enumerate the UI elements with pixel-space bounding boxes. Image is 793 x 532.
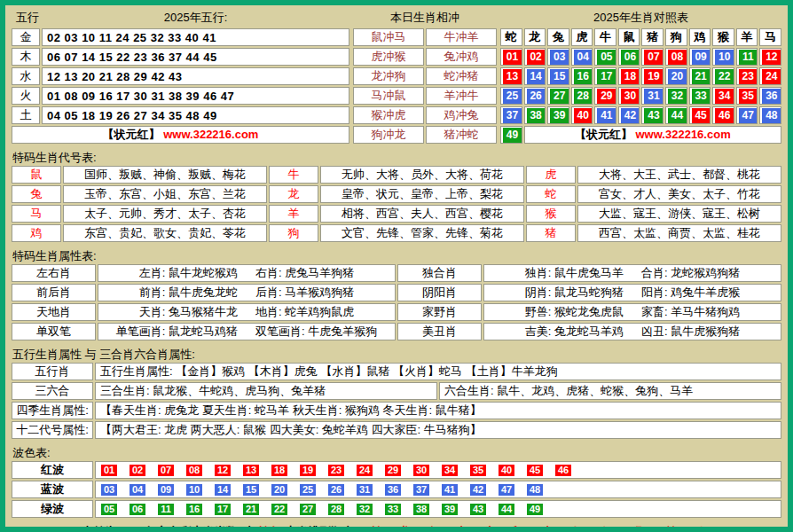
wuxing-table: 五行 2025年五行: 金02 03 10 11 24 25 32 33 40 … bbox=[10, 7, 351, 145]
clash-pair: 龙冲狗 bbox=[353, 67, 424, 85]
number-ball: 44 bbox=[499, 504, 514, 515]
row-label: 四季生肖属性: bbox=[12, 402, 93, 419]
clash-pair: 猴冲虎 bbox=[353, 106, 424, 124]
number-ball: 12 bbox=[215, 465, 231, 476]
number-ball: 19 bbox=[300, 465, 316, 476]
zodiac-number-cell: 32 bbox=[665, 87, 687, 105]
zodiac-number-cell: 02 bbox=[524, 48, 546, 66]
brand-site-link[interactable]: www.322216.com bbox=[636, 128, 731, 141]
zodiac-number-cell: 42 bbox=[618, 106, 640, 124]
row-content: 【春天生肖: 虎兔龙 夏天生肖: 蛇马羊 秋天生肖: 猴狗鸡 冬天生肖: 鼠牛猪… bbox=[95, 402, 781, 419]
table-row: 蓝波03040910141520252631363741424748 bbox=[12, 481, 781, 498]
table-row: 天地肖天肖: 兔马猴猪牛龙地肖: 蛇羊鸡狗鼠虎家野肖野兽: 猴蛇龙兔虎鼠家畜: … bbox=[12, 303, 781, 321]
zodiac-number-cell: 28 bbox=[571, 87, 593, 105]
zodiac-label: 牛 bbox=[269, 166, 318, 184]
attribute-text: 右肖: 虎兔马羊狗猪 bbox=[255, 265, 354, 281]
table-row: 金02 03 10 11 24 25 32 33 40 41 bbox=[12, 28, 349, 46]
attribute-label: 左右肖 bbox=[12, 264, 96, 282]
page: 五行 2025年五行: 金02 03 10 11 24 25 32 33 40 … bbox=[0, 0, 793, 532]
clash-pair: 羊冲牛 bbox=[426, 87, 497, 105]
zodiac-label: 猴 bbox=[526, 205, 576, 223]
zodiac-header-title: 2025年生肖对照表 bbox=[500, 9, 781, 27]
number-ball: 26 bbox=[328, 484, 344, 496]
zodiac-label: 狗 bbox=[269, 224, 318, 242]
wave-label: 绿波 bbox=[12, 500, 93, 518]
number-ball: 07 bbox=[158, 465, 174, 476]
wuxing-footer-row: 【状元红】 www.322216.com bbox=[12, 126, 349, 144]
row-label: 十二代号属性: bbox=[12, 421, 93, 439]
zodiac-number-cell: 38 bbox=[524, 106, 546, 124]
table-row: 猴冲虎鸡冲兔 bbox=[353, 106, 497, 124]
attribute-text: 前肖: 鼠牛虎兔龙蛇 bbox=[139, 285, 238, 301]
zodiac-number-cell: 09 bbox=[689, 48, 711, 66]
attribute-content-pair: 单笔画肖: 鼠龙蛇马鸡猪双笔画肖: 牛虎兔羊猴狗 bbox=[100, 324, 393, 340]
number-ball: 23 bbox=[328, 465, 344, 476]
number-ball: 10 bbox=[715, 50, 734, 65]
brand-site-link[interactable]: www.322216.com bbox=[163, 128, 258, 141]
table-row: 单双笔单笔画肖: 鼠龙蛇马鸡猪双笔画肖: 牛虎兔羊猴狗美丑肖吉美: 兔龙蛇马羊鸡… bbox=[12, 323, 781, 340]
number-ball: 46 bbox=[555, 465, 571, 476]
number-ball: 11 bbox=[158, 504, 174, 515]
footer-text: 当前为 bbox=[82, 525, 120, 532]
row-content: 六合生肖: 鼠牛、龙鸡、虎猪、蛇猴、兔狗、马羊 bbox=[439, 382, 781, 400]
zodiac-name: 鼠 bbox=[618, 28, 640, 46]
number-ball: 16 bbox=[186, 504, 202, 515]
table-row: 左右肖左肖: 鼠牛龙蛇猴鸡右肖: 虎兔马羊狗猪独合肖独肖: 鼠牛虎兔马羊合肖: … bbox=[12, 264, 781, 282]
number-ball: 48 bbox=[527, 484, 543, 496]
wave-color-table: 红波0102070812131819232429303435404546蓝波03… bbox=[10, 459, 783, 520]
zodiac-number-cell: 44 bbox=[665, 106, 687, 124]
clash-pair: 鼠冲马 bbox=[353, 28, 424, 46]
number-ball: 34 bbox=[715, 89, 734, 104]
attribute-text: 吉美: 兔龙蛇马羊鸡 bbox=[525, 324, 624, 340]
row-content: 三合生肖: 鼠龙猴、牛蛇鸡、虎马狗、兔羊猪 bbox=[95, 382, 437, 400]
zodiac-number-cell: 49 bbox=[500, 126, 522, 144]
number-ball: 27 bbox=[300, 504, 316, 515]
number-ball: 01 bbox=[101, 465, 117, 476]
zodiac-codenames: 东宫、贵妃、歌女、贵妃、苓花 bbox=[63, 224, 267, 242]
number-ball: 45 bbox=[527, 465, 543, 476]
zodiac-number-cell: 31 bbox=[641, 87, 663, 105]
attribute-content: 左肖: 鼠牛龙蛇猴鸡右肖: 虎兔马羊狗猪 bbox=[98, 264, 396, 282]
table-row: 252627282930313233343536 bbox=[500, 87, 781, 105]
clash-pair: 鸡冲兔 bbox=[426, 106, 497, 124]
attribute-text: 阳肖: 鸡兔牛羊虎猴 bbox=[641, 285, 740, 301]
clash-pair: 猪冲蛇 bbox=[426, 126, 497, 144]
number-ball: 42 bbox=[470, 484, 486, 496]
attribute-text: 左肖: 鼠牛龙蛇猴鸡 bbox=[139, 265, 238, 281]
zodiac-number-cell: 37 bbox=[500, 106, 522, 124]
number-ball: 33 bbox=[385, 504, 401, 515]
attribute-content-pair: 独肖: 鼠牛虎兔马羊合肖: 龙蛇猴鸡狗猪 bbox=[486, 265, 779, 281]
number-ball: 36 bbox=[385, 484, 401, 496]
row-content: 【两大君王: 龙虎 两大恶人: 鼠猴 四大美女: 兔蛇羊鸡 四大家臣: 牛马猪狗… bbox=[95, 421, 781, 439]
element-label: 木 bbox=[12, 48, 40, 66]
attribute-text: 合肖: 龙蛇猴鸡狗猪 bbox=[641, 265, 740, 281]
zodiac-number-cell: 29 bbox=[594, 87, 616, 105]
element-numbers: 02 03 10 11 24 25 32 33 40 41 bbox=[42, 28, 349, 46]
zodiac-number-cell: 33 bbox=[689, 87, 711, 105]
number-ball: 04 bbox=[130, 484, 145, 496]
table-row: 373839404142434445464748 bbox=[500, 106, 781, 124]
number-ball: 02 bbox=[527, 50, 546, 65]
zodiac-number-cell: 12 bbox=[759, 48, 781, 66]
number-ball: 24 bbox=[357, 465, 373, 476]
clash-pair: 牛冲羊 bbox=[426, 28, 497, 46]
number-ball: 26 bbox=[527, 89, 546, 104]
zodiac-codenames: 宫女、才人、美女、太子、竹花 bbox=[577, 185, 781, 203]
element-label: 土 bbox=[12, 106, 40, 124]
element-label: 金 bbox=[12, 28, 40, 46]
attribute-text: 单笔画肖: 鼠龙蛇马鸡猪 bbox=[116, 324, 238, 340]
top-tables-row: 五行 2025年五行: 金02 03 10 11 24 25 32 33 40 … bbox=[10, 7, 783, 145]
number-ball: 31 bbox=[357, 484, 373, 496]
zodiac-codenames: 皇帝、状元、皇帝、上帝、梨花 bbox=[320, 185, 524, 203]
attribute-text: 野兽: 猴蛇龙兔虎鼠 bbox=[525, 304, 624, 320]
wuxing-header-title: 2025年五行: bbox=[42, 9, 349, 27]
number-ball: 18 bbox=[621, 69, 640, 84]
attribute-content-pair: 阴肖: 鼠龙马蛇狗猪阳肖: 鸡兔牛羊虎猴 bbox=[486, 285, 779, 301]
number-ball: 04 bbox=[574, 50, 593, 65]
number-ball: 21 bbox=[243, 504, 259, 515]
number-ball: 27 bbox=[550, 89, 569, 104]
table-row: 木06 07 14 15 22 23 36 37 44 45 bbox=[12, 48, 349, 66]
zodiac-name: 猴 bbox=[712, 28, 734, 46]
number-ball: 32 bbox=[357, 504, 373, 515]
number-ball: 37 bbox=[413, 484, 429, 496]
